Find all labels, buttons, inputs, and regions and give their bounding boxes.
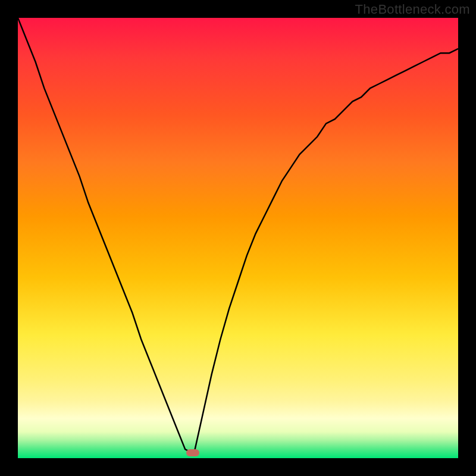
optimal-marker [186, 449, 199, 456]
chart-outer-frame: TheBottleneck.com [0, 0, 476, 476]
bottleneck-curve [18, 18, 458, 458]
chart-plot-area [18, 18, 458, 458]
attribution-text: TheBottleneck.com [355, 2, 470, 17]
